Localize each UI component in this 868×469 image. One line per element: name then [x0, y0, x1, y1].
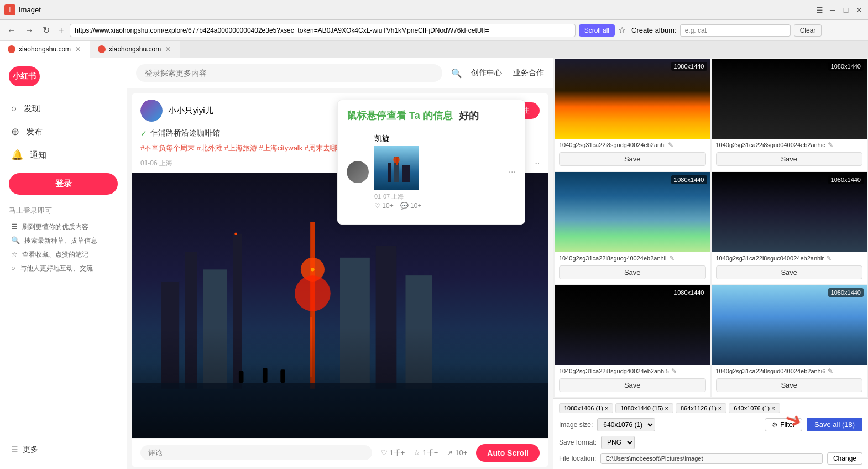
- tooltip-popup: 鼠标悬停查看 Ta 的信息 好的 凯旋: [337, 100, 525, 225]
- save-all-button[interactable]: Save all (18): [807, 418, 862, 431]
- feature-icon-3: ○: [11, 264, 15, 272]
- edit-icon-2[interactable]: ✎: [669, 254, 674, 262]
- like-action[interactable]: ♡ 1千+: [381, 448, 405, 458]
- top-link-biz[interactable]: 业务合作: [513, 68, 544, 78]
- scroll-all-button[interactable]: Scroll all: [579, 24, 615, 37]
- url-bar[interactable]: [70, 24, 575, 37]
- top-link-create[interactable]: 创作中心: [471, 68, 502, 78]
- tab-favicon-1: [98, 45, 106, 53]
- image-label-1: 1040g2sg31ca22i8sgud040024eb2anhic ✎: [712, 139, 867, 150]
- image-dim-2: 1080x1440: [671, 175, 707, 184]
- format-select[interactable]: PNG: [601, 436, 635, 449]
- search-icon: 🔍: [451, 68, 462, 79]
- tab-close-0[interactable]: ✕: [74, 45, 82, 53]
- tooltip-stats: ♡ 10+ 💬 10+: [374, 202, 503, 210]
- tab-1[interactable]: xiaohongshu.com ✕: [90, 41, 180, 58]
- save-button-3[interactable]: Save: [716, 265, 863, 279]
- back-button[interactable]: ←: [4, 24, 19, 37]
- auto-scroll-button[interactable]: Auto Scroll: [476, 444, 540, 462]
- menu-button[interactable]: ☰: [815, 6, 824, 14]
- image-card-1: 1080x1440 1040g2sg31ca22i8sgud040024eb2a…: [712, 59, 867, 171]
- tabs-bar: xiaohongshu.com ✕ xiaohongshu.com ✕: [0, 41, 868, 58]
- edit-icon-3[interactable]: ✎: [826, 254, 832, 262]
- home-button[interactable]: +: [56, 24, 66, 37]
- sidebar-more[interactable]: ☰ 更多: [0, 439, 127, 460]
- tab-0[interactable]: xiaohongshu.com ✕: [0, 41, 90, 58]
- edit-icon-4[interactable]: ✎: [671, 367, 677, 375]
- size-tag-1[interactable]: 1080x1440 (15) ×: [615, 403, 673, 413]
- tooltip-username: 凯旋: [374, 134, 503, 144]
- feature-text-1: 搜索最新种草、拔草信息: [24, 236, 97, 246]
- sidebar-item-publish[interactable]: ⊕ 发布: [0, 120, 127, 143]
- more-label: 更多: [23, 445, 38, 455]
- tooltip-highlight: 好的: [459, 110, 479, 121]
- clear-button[interactable]: Clear: [794, 24, 822, 37]
- tab-favicon-0: [8, 45, 15, 53]
- filter-label: Filter: [780, 421, 795, 429]
- image-dim-4: 1080x1440: [671, 288, 707, 297]
- image-card-2: 1080x1440 1040g2sg31ca22i8sgucg40024eb2a…: [555, 172, 710, 284]
- publish-icon: ⊕: [11, 126, 19, 138]
- album-input[interactable]: [680, 24, 791, 37]
- share-count: 10+: [455, 449, 467, 457]
- reload-button[interactable]: ↻: [40, 24, 53, 37]
- sidebar-item-discover[interactable]: ○ 发现: [0, 97, 127, 120]
- browser-content: 小红书 ○ 发现 ⊕ 发布 🔔 通知 登录 马上登录即可 ☰ 刷到更懂你的优质内…: [0, 58, 553, 469]
- size-tag-2[interactable]: 864x1126 (1) ×: [676, 403, 726, 413]
- tooltip-user-row[interactable]: 凯旋: [347, 128, 516, 215]
- image-dim-3: 1080x1440: [828, 175, 864, 184]
- checkmark-icon: ✓: [140, 129, 147, 138]
- hamburger-icon: ☰: [11, 445, 18, 454]
- feature-icon-2: ☆: [11, 250, 18, 258]
- sidebar-item-notify[interactable]: 🔔 通知: [0, 143, 127, 166]
- collect-count: 1千+: [422, 448, 438, 458]
- image-card-0: 1080x1440 1040g2sg31ca22i8sgudg40024eb2a…: [555, 59, 710, 171]
- feature-text-3: 与他人更好地互动、交流: [20, 264, 93, 273]
- xhs-main-content: 🔍 创作中心 业务合作 小小只yiyi儿 关注: [127, 58, 553, 469]
- close-button[interactable]: ✕: [855, 6, 864, 14]
- tab-close-1[interactable]: ✕: [164, 45, 172, 53]
- share-action[interactable]: ↗ 10+: [447, 449, 467, 457]
- comment-input[interactable]: [140, 445, 372, 460]
- edit-icon-1[interactable]: ✎: [828, 141, 833, 149]
- maximize-button[interactable]: □: [841, 6, 850, 14]
- location-row: File location: Change: [559, 452, 862, 465]
- svg-point-13: [311, 268, 314, 271]
- location-path[interactable]: [600, 453, 823, 464]
- image-label-4: 1040g2sg31ca22i8sgudg40024eb2anhi5 ✎: [555, 365, 710, 376]
- like-count: 1千+: [390, 448, 405, 458]
- save-button-1[interactable]: Save: [716, 152, 863, 166]
- save-button-5[interactable]: Save: [716, 378, 863, 392]
- login-button[interactable]: 登录: [9, 173, 118, 195]
- save-button-4[interactable]: Save: [559, 378, 706, 392]
- tooltip-more-icon[interactable]: ···: [509, 167, 516, 177]
- create-album-label: Create album:: [631, 26, 677, 34]
- edit-icon-0[interactable]: ✎: [668, 141, 673, 149]
- save-button-0[interactable]: Save: [559, 152, 706, 166]
- post-date: 01-06 上海: [140, 159, 172, 168]
- location-label: File location:: [559, 455, 596, 462]
- image-card-3: 1080x1440 1040g2sg31ca22i8sguc040024eb2a…: [712, 172, 867, 284]
- image-thumb-5: 1080x1440: [712, 285, 867, 365]
- feature-text-0: 刷到更懂你的优质内容: [22, 222, 88, 232]
- post-username: 小小只yiyi儿: [168, 106, 213, 116]
- image-size-select[interactable]: 640x1076 (1): [597, 418, 655, 431]
- size-tag-3[interactable]: 640x1076 (1) ×: [729, 403, 780, 413]
- edit-icon-5[interactable]: ✎: [828, 367, 833, 375]
- minimize-button[interactable]: ─: [828, 6, 837, 14]
- collect-action[interactable]: ☆ 1千+: [414, 448, 438, 458]
- change-button[interactable]: Change: [827, 452, 862, 465]
- search-input[interactable]: [136, 64, 442, 82]
- save-button-2[interactable]: Save: [559, 265, 706, 279]
- bookmark-button[interactable]: ☆: [618, 25, 626, 35]
- filter-button[interactable]: ⚙ Filter: [765, 418, 802, 431]
- window-chrome: I Imaget ☰ ─ □ ✕: [0, 0, 868, 20]
- post-more-icon[interactable]: ···: [534, 159, 540, 167]
- tooltip-date: 01-07 上海: [374, 192, 503, 201]
- post-footer: ♡ 1千+ ☆ 1千+ ↗ 10+ Auto Scroll: [132, 438, 548, 467]
- size-tag-0[interactable]: 1080x1406 (1) ×: [559, 403, 613, 413]
- sidebar-label-notify: 通知: [30, 150, 46, 160]
- forward-button[interactable]: →: [22, 24, 36, 37]
- image-card-4: 1080x1440 1040g2sg31ca22i8sgudg40024eb2a…: [555, 285, 710, 397]
- xhs-logo: 小红书: [9, 66, 40, 86]
